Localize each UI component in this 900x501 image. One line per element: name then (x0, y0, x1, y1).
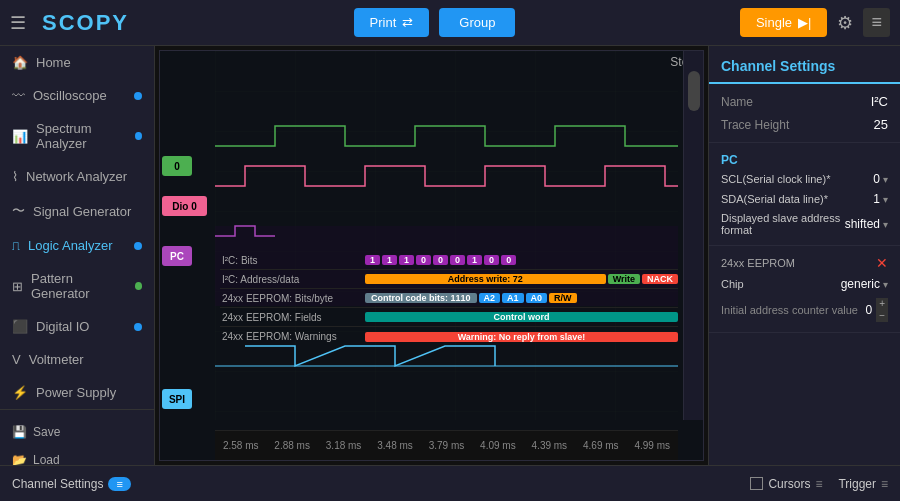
cursors-icon: ≡ (815, 477, 822, 491)
group-button[interactable]: Group (439, 8, 515, 37)
scl-chevron-icon: ▾ (883, 174, 888, 185)
chip-chevron-icon: ▾ (883, 279, 888, 290)
sda-row[interactable]: SDA(Serial data line)* 1 ▾ (721, 189, 888, 209)
voltmeter-icon: V (12, 352, 21, 367)
sidebar-item-pattern[interactable]: ⊞ Pattern Generator (0, 262, 154, 310)
counter-increment[interactable]: + (876, 298, 888, 310)
rp-eeprom-section: 24xx EEPROM ✕ Chip generic ▾ Initial add… (709, 246, 900, 333)
scope-scrollbar-thumb (688, 71, 700, 111)
channel-settings-bottombar-item[interactable]: Channel Settings ≡ (12, 477, 131, 491)
scl-row[interactable]: SCL(Serial clock line)* 0 ▾ (721, 169, 888, 189)
sidebar-item-network[interactable]: ⌇ Network Analyzer (0, 160, 154, 193)
scope-area[interactable]: Stop 0 Dio 0 PC SPI (159, 50, 704, 461)
sidebar: 🏠 Home 〰 Oscilloscope 📊 Spectrum Analyze… (0, 46, 155, 465)
sidebar-item-spectrum[interactable]: 📊 Spectrum Analyzer (0, 112, 154, 160)
settings-icon[interactable]: ⚙ (837, 12, 853, 34)
right-panel: Channel Settings Name I²C Trace Height 2… (708, 46, 900, 465)
center-panel: Stop 0 Dio 0 PC SPI (155, 46, 708, 465)
sidebar-item-oscilloscope[interactable]: 〰 Oscilloscope (0, 79, 154, 112)
decoder-row: 24xx EEPROM ✕ (721, 252, 888, 274)
counter-label: Initial address counter value (721, 304, 858, 316)
menu-icon[interactable]: ≡ (863, 8, 890, 37)
network-icon: ⌇ (12, 169, 18, 184)
trace-height-value: 25 (874, 117, 888, 132)
sda-chevron-icon: ▾ (883, 194, 888, 205)
sidebar-item-power[interactable]: ⚡ Power Supply (0, 376, 154, 409)
sidebar-item-home[interactable]: 🏠 Home (0, 46, 154, 79)
bottombar: Channel Settings ≡ Cursors ≡ Trigger ≡ (0, 465, 900, 501)
counter-stepper[interactable]: + − (876, 298, 888, 322)
counter-row: Initial address counter value 0 + − (721, 294, 888, 326)
name-label: Name (721, 95, 753, 109)
rp-name-section: Name I²C Trace Height 25 (709, 84, 900, 143)
trigger-icon: ≡ (881, 477, 888, 491)
print-button[interactable]: Print ⇄ (354, 8, 430, 37)
rp-section-pc-title: PC (721, 149, 888, 169)
counter-decrement[interactable]: − (876, 310, 888, 322)
channel-settings-label: Channel Settings (12, 477, 103, 491)
grid-svg (215, 51, 678, 420)
load-footer-item[interactable]: 📂 Load (0, 446, 154, 465)
app-logo: SCOPY (42, 10, 129, 36)
power-icon: ⚡ (12, 385, 28, 400)
main-layout: 🏠 Home 〰 Oscilloscope 📊 Spectrum Analyze… (0, 46, 900, 465)
decode-row-address: I²C: Address/data Address write: 72 Writ… (220, 270, 678, 289)
decode-row-bits: I²C: Bits 1 1 1 0 0 0 1 0 0 (220, 251, 678, 270)
channel-dio0-label[interactable]: Dio 0 (162, 196, 207, 216)
cursors-bottombar-item[interactable]: Cursors ≡ (750, 477, 822, 491)
sidebar-item-logic[interactable]: ⎍ Logic Analyzer (0, 229, 154, 262)
cursors-checkbox[interactable] (750, 477, 763, 490)
sidebar-item-voltmeter[interactable]: V Voltmeter (0, 343, 154, 376)
spectrum-icon: 📊 (12, 129, 28, 144)
cursors-label: Cursors (768, 477, 810, 491)
save-footer-item[interactable]: 💾 Save (0, 418, 154, 446)
pattern-dot (135, 282, 142, 290)
scope-scrollbar[interactable] (683, 51, 703, 420)
spectrum-dot (135, 132, 142, 140)
channel-pc-label[interactable]: PC (162, 246, 192, 266)
sidebar-item-signal[interactable]: 〜 Signal Generator (0, 193, 154, 229)
decode-row-warnings: 24xx EEPROM: Warnings Warning: No reply … (220, 327, 678, 346)
oscilloscope-dot (134, 92, 142, 100)
print-icon: ⇄ (402, 15, 413, 30)
name-value: I²C (871, 94, 888, 109)
digital-icon: ⬛ (12, 319, 28, 334)
single-button[interactable]: Single ▶| (740, 8, 828, 37)
pattern-icon: ⊞ (12, 279, 23, 294)
signal-icon: 〜 (12, 202, 25, 220)
counter-value: 0 (865, 303, 872, 317)
channel-settings-title: Channel Settings (709, 46, 900, 84)
logic-dot (134, 242, 142, 250)
sidebar-item-digital[interactable]: ⬛ Digital IO (0, 310, 154, 343)
topbar: ☰ SCOPY Print ⇄ Group Single ▶| ⚙ ≡ (0, 0, 900, 46)
digital-dot (134, 323, 142, 331)
rp-pc-section: PC SCL(Serial clock line)* 0 ▾ SDA(Seria… (709, 143, 900, 246)
trace-height-label: Trace Height (721, 118, 789, 132)
decoder-label: 24xx EEPROM (721, 257, 795, 269)
decode-area: I²C: Bits 1 1 1 0 0 0 1 0 0 I²C: (220, 251, 678, 346)
slave-format-row[interactable]: Displayed slave address format shifted ▾ (721, 209, 888, 239)
hamburger-icon[interactable]: ☰ (10, 12, 26, 34)
channel-0-label[interactable]: 0 (162, 156, 192, 176)
chip-row[interactable]: Chip generic ▾ (721, 274, 888, 294)
channel-settings-badge[interactable]: ≡ (108, 477, 130, 491)
decode-row-bitsbyte: 24xx EEPROM: Bits/byte Control code bits… (220, 289, 678, 308)
load-icon: 📂 (12, 453, 27, 465)
decode-row-fields: 24xx EEPROM: Fields Control word (220, 308, 678, 327)
channel-spi-label[interactable]: SPI (162, 389, 192, 409)
save-icon: 💾 (12, 425, 27, 439)
home-icon: 🏠 (12, 55, 28, 70)
trigger-label: Trigger (838, 477, 876, 491)
timeline: 2.58 ms 2.88 ms 3.18 ms 3.48 ms 3.79 ms … (215, 430, 678, 460)
single-icon: ▶| (798, 15, 811, 30)
trigger-bottombar-item[interactable]: Trigger ≡ (838, 477, 888, 491)
slave-chevron-icon: ▾ (883, 219, 888, 230)
logic-icon: ⎍ (12, 238, 20, 253)
oscilloscope-icon: 〰 (12, 88, 25, 103)
delete-decoder-button[interactable]: ✕ (876, 255, 888, 271)
sidebar-footer: 💾 Save 📂 Load ⚙ Preferences ANALOGDEVICE… (0, 409, 154, 465)
